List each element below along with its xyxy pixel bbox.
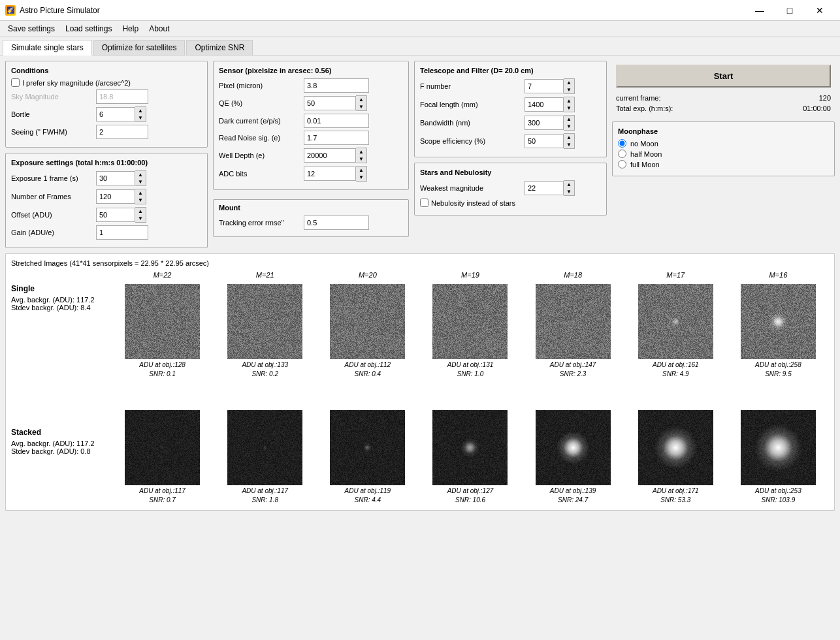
bortle-up[interactable]: ▲ — [135, 107, 146, 114]
sky-magnitude-checkbox[interactable] — [11, 78, 20, 87]
weakest-spinner: ▲ ▼ — [525, 180, 575, 196]
moon-full-radio[interactable] — [618, 160, 626, 168]
efficiency-down[interactable]: ▼ — [564, 141, 574, 148]
efficiency-up[interactable]: ▲ — [564, 134, 574, 141]
sky-magnitude-checkbox-row: I prefer sky magnitude (/arcsec^2) — [11, 78, 202, 87]
readnoise-input[interactable] — [304, 131, 369, 145]
welldepth-down[interactable]: ▼ — [356, 155, 366, 163]
gain-input[interactable] — [96, 225, 148, 240]
gain-label: Gain (ADU/e) — [11, 229, 96, 236]
current-frame-value: 120 — [819, 94, 831, 102]
bortle-down[interactable]: ▼ — [135, 114, 146, 121]
col-header-6: M=16 — [769, 271, 788, 281]
seeing-label: Seeing (" FWHM) — [11, 128, 96, 136]
adc-input[interactable] — [304, 167, 356, 181]
single-image-6 — [741, 284, 816, 359]
mount-title: Mount — [219, 204, 403, 212]
welldepth-input[interactable] — [304, 148, 356, 163]
moon-half-radio[interactable] — [618, 150, 626, 158]
images-columns: M=22ADU at obj.:128SNR: 0.1ADU at obj.:1… — [112, 271, 829, 505]
tab-optimize-snr[interactable]: Optimize SNR — [186, 40, 253, 55]
offset-down[interactable]: ▼ — [135, 215, 146, 222]
exposure-frame-input[interactable] — [96, 171, 135, 185]
fnumber-spinner: ▲ ▼ — [525, 78, 575, 94]
menu-about[interactable]: About — [144, 22, 174, 35]
menu-help[interactable]: Help — [117, 22, 144, 35]
single-caption-2: ADU at obj.:112SNR: 0.4 — [345, 360, 391, 381]
exposure-title: Exposure settings (total h:m:s 01:00:00) — [11, 159, 202, 167]
close-button[interactable]: ✕ — [805, 0, 835, 21]
bandwidth-input[interactable] — [525, 116, 564, 130]
bandwidth-up[interactable]: ▲ — [564, 116, 574, 123]
images-section: Stretched Images (41*41 sensorpixels = 2… — [5, 253, 835, 511]
adc-down[interactable]: ▼ — [356, 174, 366, 181]
current-frame-row: current frame: 120 — [616, 94, 831, 102]
offset-input[interactable] — [96, 208, 135, 222]
stacked-image-5 — [638, 410, 713, 485]
num-frames-down[interactable]: ▼ — [135, 197, 146, 204]
stacked-image-1 — [227, 410, 302, 485]
image-column-3: M=19ADU at obj.:131SNR: 1.0ADU at obj.:1… — [419, 271, 521, 505]
fnumber-up[interactable]: ▲ — [564, 79, 574, 86]
mount-panel: Mount Tracking error rmse" — [213, 199, 409, 237]
seeing-input[interactable] — [96, 125, 148, 139]
exposure-frame-up[interactable]: ▲ — [135, 171, 146, 178]
bortle-input[interactable] — [96, 107, 135, 121]
bortle-spinner-btns: ▲ ▼ — [135, 106, 146, 122]
num-frames-input[interactable] — [96, 189, 135, 204]
efficiency-input[interactable] — [525, 134, 564, 148]
tracking-label: Tracking error rmse" — [219, 219, 304, 227]
adc-up[interactable]: ▲ — [356, 167, 366, 174]
single-image-3 — [432, 284, 508, 359]
menu-save-settings[interactable]: Save settings — [3, 22, 60, 35]
bandwidth-down[interactable]: ▼ — [564, 123, 574, 130]
sky-magnitude-input[interactable] — [96, 89, 148, 104]
menu-bar: Save settings Load settings Help About — [0, 21, 840, 37]
offset-label: Offset (ADU) — [11, 211, 96, 219]
top-panels: Conditions I prefer sky magnitude (/arcs… — [5, 61, 835, 248]
weakest-up[interactable]: ▲ — [564, 181, 574, 188]
exposure-frame-down[interactable]: ▼ — [135, 178, 146, 185]
minimize-button[interactable]: — — [745, 0, 775, 21]
app-title: Astro Picture Simulator — [20, 6, 100, 15]
focal-spinner: ▲ ▼ — [525, 97, 575, 112]
menu-load-settings[interactable]: Load settings — [60, 22, 117, 35]
adc-row: ADC bits ▲ ▼ — [219, 166, 403, 182]
qe-down[interactable]: ▼ — [356, 103, 366, 110]
offset-up[interactable]: ▲ — [135, 208, 146, 215]
current-frame-label: current frame: — [616, 94, 660, 102]
focal-input[interactable] — [525, 97, 564, 112]
stacked-label: Stacked — [11, 428, 109, 437]
moon-half-label: half Moon — [630, 150, 662, 158]
tab-simulate-stars[interactable]: Simulate single stars — [3, 40, 92, 56]
maximize-button[interactable]: □ — [775, 0, 805, 21]
moon-no-radio[interactable] — [618, 139, 626, 148]
offset-row: Offset (ADU) ▲ ▼ — [11, 207, 202, 223]
col-header-4: M=18 — [564, 271, 582, 281]
single-label: Single — [11, 284, 109, 293]
single-image-0 — [125, 284, 200, 359]
bandwidth-spinner: ▲ ▼ — [525, 115, 575, 131]
stacked-stdev: Stdev backgr. (ADU): 0.8 — [11, 447, 109, 455]
weakest-row: Weakest magnitude ▲ ▼ — [420, 180, 601, 196]
moon-full-row: full Moon — [618, 160, 829, 168]
total-exp-row: Total exp. (h:m:s): 01:00:00 — [616, 104, 831, 112]
nebulosity-checkbox[interactable] — [420, 199, 428, 207]
qe-up[interactable]: ▲ — [356, 96, 366, 103]
dark-input[interactable] — [304, 114, 369, 128]
telescope-title: Telescope and Filter (D= 20.0 cm) — [420, 67, 601, 74]
fnumber-down[interactable]: ▼ — [564, 86, 574, 93]
focal-down[interactable]: ▼ — [564, 104, 574, 112]
weakest-down[interactable]: ▼ — [564, 188, 574, 195]
pixel-input[interactable] — [304, 78, 369, 93]
moon-half-row: half Moon — [618, 150, 829, 158]
fnumber-input[interactable] — [525, 79, 564, 93]
welldepth-up[interactable]: ▲ — [356, 148, 366, 155]
num-frames-up[interactable]: ▲ — [135, 189, 146, 197]
tracking-input[interactable] — [304, 216, 369, 230]
start-button[interactable]: Start — [616, 65, 831, 88]
qe-input[interactable] — [304, 96, 356, 110]
tab-optimize-satellites[interactable]: Optimize for satellites — [93, 40, 186, 55]
weakest-input[interactable] — [525, 181, 564, 195]
focal-up[interactable]: ▲ — [564, 97, 574, 104]
